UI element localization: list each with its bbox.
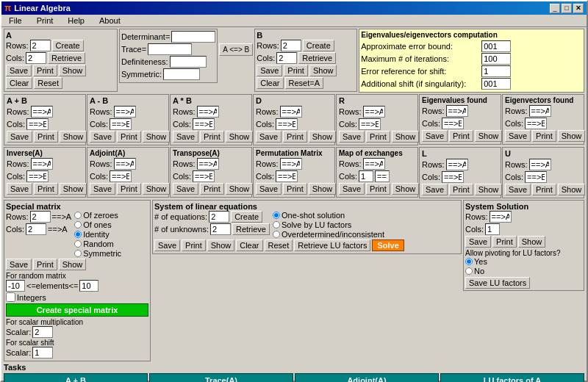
task-lu-factors[interactable]: LU factors of A [440, 373, 584, 382]
range-right-input[interactable] [79, 280, 98, 292]
trans-print[interactable]: Print [200, 183, 224, 195]
d-save[interactable]: Save [256, 131, 282, 143]
scalar-mult-input[interactable] [32, 326, 53, 338]
a-retrieve-button[interactable]: Retrieve [48, 52, 85, 64]
perm-show[interactable]: Show [309, 183, 337, 195]
adj-save[interactable]: Save [90, 183, 115, 195]
sol-print[interactable]: Print [492, 236, 517, 248]
sp-print[interactable]: Print [33, 259, 57, 270]
ef-save[interactable]: Save [422, 130, 448, 142]
determinant-input[interactable] [171, 31, 215, 43]
sol-rows-input[interactable] [490, 211, 512, 223]
b-create-button[interactable]: Create [303, 40, 334, 51]
d-rows-input[interactable] [280, 106, 302, 118]
adj-show[interactable]: Show [143, 183, 171, 195]
radio-random[interactable]: Random [74, 239, 121, 248]
atb-save[interactable]: Save [173, 131, 198, 143]
ef-cols-input[interactable] [442, 118, 464, 129]
sys-create-button[interactable]: Create [231, 211, 262, 223]
u-cols-input[interactable] [525, 171, 547, 183]
evec-show[interactable]: Show [558, 130, 586, 142]
definiteness-input[interactable] [170, 56, 207, 68]
map-cols2-input[interactable] [375, 170, 390, 182]
r-save[interactable]: Save [339, 131, 365, 143]
add-shift-input[interactable] [481, 78, 511, 90]
task-adjoint[interactable]: Adjoint(A) [295, 373, 439, 382]
u-show[interactable]: Show [558, 184, 586, 195]
map-show[interactable]: Show [392, 183, 420, 195]
menu-help[interactable]: Help [63, 15, 89, 26]
b-retrieve-button[interactable]: Retrieve [298, 52, 336, 64]
u-rows-input[interactable] [529, 159, 551, 170]
u-save[interactable]: Save [505, 184, 531, 195]
sol-show[interactable]: Show [518, 236, 546, 248]
inv-show[interactable]: Show [60, 183, 87, 195]
apb-rows-input[interactable] [31, 106, 53, 118]
sp-cols-input[interactable] [26, 223, 46, 235]
d-cols-input[interactable] [276, 118, 298, 130]
retrieve-lu-button[interactable]: Retrieve LU factors [294, 239, 370, 251]
perm-print[interactable]: Print [283, 183, 307, 195]
sys-retrieve-button[interactable]: Retrieve [232, 223, 270, 235]
d-show[interactable]: Show [309, 131, 337, 143]
a-print-button[interactable]: Print [33, 65, 57, 76]
create-special-button[interactable]: Create special matrix [6, 303, 148, 317]
sys-print[interactable]: Print [182, 239, 206, 251]
map-rows-input[interactable] [363, 158, 385, 170]
sys-clear[interactable]: Clear [236, 239, 262, 251]
amb-show[interactable]: Show [143, 131, 171, 143]
sol-save[interactable]: Save [465, 236, 491, 248]
b-cols-input[interactable] [276, 52, 297, 64]
radio-zeroes[interactable]: Of zeroes [74, 211, 121, 220]
apb-save[interactable]: Save [7, 131, 32, 143]
sys-show[interactable]: Show [207, 239, 235, 251]
evec-save[interactable]: Save [505, 130, 531, 142]
trans-save[interactable]: Save [173, 183, 198, 195]
radio-ones[interactable]: Of ones [74, 220, 121, 229]
max-iter-input[interactable] [481, 53, 511, 65]
l-print[interactable]: Print [449, 184, 473, 195]
radio-yes[interactable]: Yes [465, 257, 582, 266]
sys-save[interactable]: Save [154, 239, 180, 251]
trans-show[interactable]: Show [226, 183, 254, 195]
atb-show[interactable]: Show [226, 131, 254, 143]
r-show[interactable]: Show [392, 131, 420, 143]
error-shift-input[interactable] [481, 65, 511, 77]
radio-oneshot[interactable]: One-shot solution [273, 211, 384, 220]
minimize-button[interactable]: _ [550, 4, 560, 13]
task-trace[interactable]: Trace(A) [149, 373, 293, 382]
evec-rows-input[interactable] [529, 105, 551, 117]
sys-reset[interactable]: Reset [265, 239, 293, 251]
apb-show[interactable]: Show [60, 131, 87, 143]
map-save[interactable]: Save [339, 183, 365, 195]
trace-input[interactable] [148, 43, 192, 55]
b-print-button[interactable]: Print [284, 65, 308, 76]
atb-cols-input[interactable] [193, 118, 215, 130]
sp-rows-input[interactable] [30, 211, 51, 223]
menu-print[interactable]: Print [32, 15, 58, 26]
b-rows-input[interactable] [281, 40, 301, 51]
close-button[interactable]: ✕ [573, 4, 584, 13]
inv-cols-input[interactable] [26, 170, 49, 182]
radio-lu[interactable]: Solve by LU factors [273, 220, 384, 229]
map-cols-input[interactable] [359, 170, 373, 182]
radio-overdet[interactable]: Overdetermined/inconsistent [273, 230, 384, 239]
scalar-shift-input[interactable] [32, 347, 53, 358]
symmetric-input[interactable] [163, 68, 200, 80]
maximize-button[interactable]: □ [562, 4, 572, 13]
r-rows-input[interactable] [363, 106, 385, 118]
perm-rows-input[interactable] [280, 158, 302, 170]
b-clear-button[interactable]: Clear [257, 77, 283, 89]
apb-cols-input[interactable] [26, 118, 49, 130]
evec-print[interactable]: Print [532, 130, 556, 142]
b-show-button[interactable]: Show [309, 65, 337, 76]
amb-cols-input[interactable] [110, 118, 132, 130]
unk-input[interactable] [210, 223, 231, 235]
l-cols-input[interactable] [442, 171, 464, 183]
r-print[interactable]: Print [366, 131, 390, 143]
ef-show[interactable]: Show [475, 130, 503, 142]
b-reset-a-button[interactable]: Reset=A [285, 77, 324, 89]
adj-rows-input[interactable] [114, 158, 136, 170]
a-save-button[interactable]: Save [6, 65, 32, 76]
evec-cols-input[interactable] [525, 118, 547, 129]
